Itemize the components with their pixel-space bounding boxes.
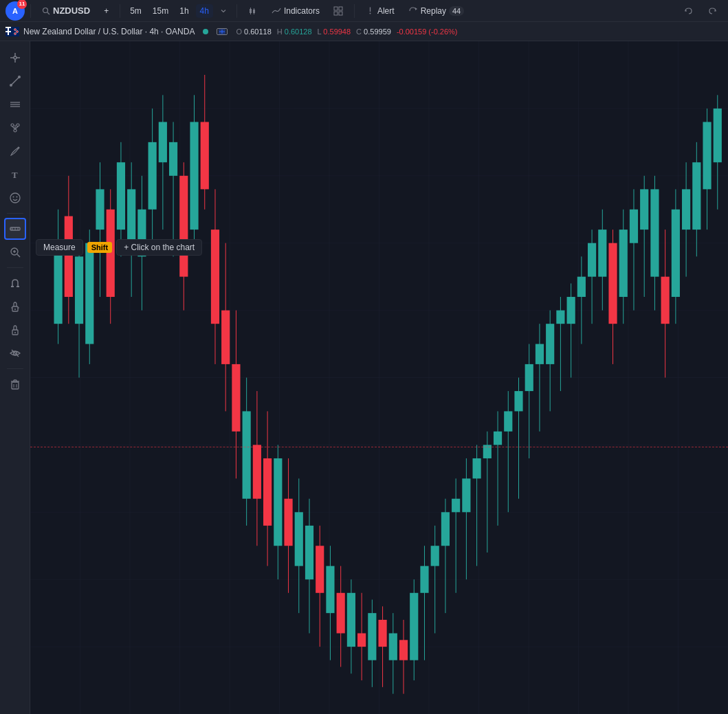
divider4 — [354, 4, 355, 18]
emoji-tool[interactable] — [4, 187, 26, 209]
ohlc-data: O 0.60118 H 0.60128 L 0.59948 C 0.59959 … — [236, 27, 457, 36]
symbol-bar: New Zealand Dollar / U.S. Dollar · 4h · … — [0, 22, 728, 41]
svg-rect-9 — [339, 7, 342, 10]
eye-tool[interactable] — [4, 342, 26, 364]
svg-line-29 — [11, 77, 19, 85]
svg-point-28 — [14, 56, 16, 59]
replay-count-badge: 44 — [449, 6, 464, 16]
indicators-button[interactable]: Indicators — [266, 4, 325, 18]
layouts-button[interactable] — [328, 4, 349, 18]
svg-point-36 — [16, 124, 19, 126]
search-icon — [42, 7, 50, 15]
horizontal-line-tool[interactable] — [4, 93, 26, 115]
eye-icon — [9, 347, 21, 359]
svg-line-39 — [15, 126, 18, 129]
divider — [30, 4, 31, 18]
svg-rect-10 — [334, 12, 338, 15]
svg-line-1 — [47, 12, 49, 14]
svg-rect-17 — [5, 31, 11, 32]
trash-icon — [9, 378, 21, 390]
svg-point-37 — [14, 129, 16, 132]
live-dot — [203, 29, 208, 34]
text-icon: T — [9, 168, 21, 181]
low-value: L 0.59948 — [318, 27, 351, 36]
svg-rect-8 — [334, 7, 338, 10]
svg-rect-2 — [250, 9, 252, 13]
price-reference-line — [30, 447, 728, 447]
undo-button[interactable] — [679, 4, 699, 18]
indicators-icon — [272, 6, 281, 16]
divider2 — [120, 4, 120, 18]
horizontal-line-icon — [9, 98, 21, 111]
replay-button[interactable]: Replay 44 — [403, 4, 470, 18]
svg-point-30 — [10, 84, 12, 87]
candlestick-icon — [248, 6, 258, 16]
svg-point-31 — [18, 76, 21, 78]
lock-tool[interactable] — [4, 319, 26, 341]
lock-drawings-icon — [9, 300, 21, 313]
timeframe-5m[interactable]: 5m — [126, 4, 146, 18]
price-change: -0.00159 (-0.26%) — [397, 27, 458, 36]
sidebar-divider3 — [7, 368, 23, 369]
replay-icon — [408, 6, 418, 16]
svg-point-44 — [16, 197, 17, 198]
top-toolbar: A 11 NZDUSD + 5m 15m 1h 4h — [0, 0, 728, 22]
svg-point-61 — [14, 332, 16, 333]
source-icon — [217, 28, 228, 35]
source-badge-icon — [219, 29, 225, 34]
svg-point-43 — [12, 197, 14, 198]
chart-type-button[interactable] — [243, 4, 263, 18]
svg-text:T: T — [12, 170, 18, 180]
magnet-tool[interactable] — [4, 272, 26, 294]
brush-icon — [9, 145, 21, 157]
add-symbol-button[interactable]: + — [98, 4, 114, 18]
chevron-down-icon — [220, 8, 227, 14]
svg-marker-13 — [415, 8, 417, 10]
alert-button[interactable]: Alert — [360, 4, 400, 18]
timeframe-4h[interactable]: 4h — [196, 4, 213, 18]
trend-line-icon — [9, 75, 21, 87]
svg-rect-5 — [253, 10, 255, 13]
text-tool[interactable]: T — [4, 164, 26, 186]
brush-tool[interactable] — [4, 140, 26, 162]
pitchfork-tool[interactable] — [4, 117, 26, 139]
symbol-search[interactable]: NZDUSD — [36, 4, 96, 17]
symbol-full-name: New Zealand Dollar / U.S. Dollar · 4h · … — [5, 27, 195, 36]
app-logo[interactable]: A 11 — [5, 1, 25, 21]
chart-area[interactable] — [30, 41, 728, 714]
svg-rect-11 — [339, 12, 342, 15]
zoom-tool[interactable] — [4, 241, 26, 263]
svg-point-57 — [14, 309, 16, 310]
measure-icon — [9, 223, 21, 235]
layouts-icon — [333, 6, 343, 16]
svg-rect-15 — [5, 27, 11, 28]
svg-point-35 — [11, 124, 14, 126]
delete-all-tool[interactable] — [4, 373, 26, 395]
nz-flag-icon — [5, 27, 19, 36]
sidebar-divider2 — [7, 267, 23, 268]
svg-point-19 — [16, 30, 19, 32]
svg-line-51 — [17, 254, 20, 257]
svg-point-0 — [43, 8, 48, 12]
high-value: H 0.60128 — [277, 27, 312, 36]
trend-line-tool[interactable] — [4, 70, 26, 92]
emoji-icon — [9, 192, 21, 204]
timeframe-1h[interactable]: 1h — [175, 4, 192, 18]
svg-point-20 — [14, 32, 16, 34]
notification-badge: 11 — [17, 0, 27, 9]
lock-drawings-tool[interactable] — [4, 295, 26, 317]
crosshair-tool[interactable] — [4, 47, 26, 69]
svg-point-42 — [10, 193, 20, 203]
timeframe-15m[interactable]: 15m — [148, 4, 173, 18]
sidebar-divider — [7, 213, 23, 214]
alert-icon — [366, 6, 375, 15]
undo-icon — [684, 6, 694, 16]
divider3 — [236, 4, 237, 18]
magnet-icon — [9, 277, 21, 289]
candlestick-chart[interactable] — [30, 41, 728, 714]
redo-button[interactable] — [702, 4, 723, 18]
left-sidebar: T — [0, 41, 30, 714]
svg-point-18 — [14, 28, 16, 30]
timeframe-dropdown[interactable] — [216, 5, 231, 16]
measure-tool[interactable] — [4, 218, 26, 240]
